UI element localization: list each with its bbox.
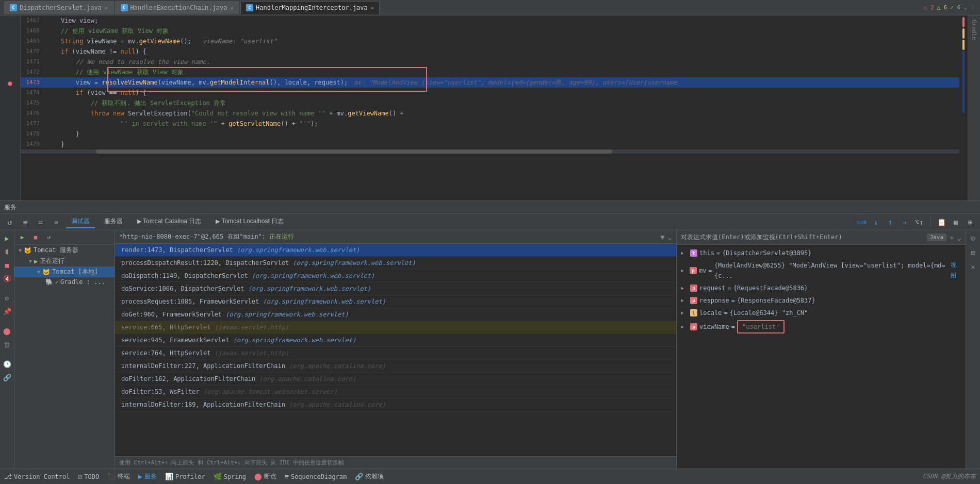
layout-btn[interactable]: ⊞ bbox=[965, 216, 976, 228]
stack-item-service665[interactable]: service:665, HttpServlet (javax.servlet.… bbox=[115, 321, 676, 334]
stack-item-internalfilter189[interactable]: internalDoFilter:189, ApplicationFilterC… bbox=[115, 398, 676, 411]
spring-label: Spring bbox=[224, 473, 246, 480]
close-panel-icon[interactable]: × bbox=[968, 261, 979, 273]
viewname-expand[interactable]: ▶ bbox=[681, 322, 689, 332]
spring-item[interactable]: 🌿 Spring bbox=[214, 473, 246, 480]
local-arrow: ▼ bbox=[37, 269, 40, 275]
locale-expand[interactable]: ▶ bbox=[681, 308, 689, 318]
variables-panel: 对表达式求值(Enter)或添加监视(Ctrl+Shift+Enter) Jav… bbox=[677, 230, 966, 469]
profiler-item[interactable]: 📊 Profiler bbox=[165, 473, 205, 480]
expand-btn[interactable]: ⌄ bbox=[963, 4, 967, 11]
version-control-item[interactable]: ⎇ Version Control bbox=[4, 473, 70, 480]
running-label: 正在运行 bbox=[40, 257, 64, 265]
tomcat-local-item[interactable]: ▼ 🐱 Tomcat [本地] bbox=[14, 266, 115, 277]
todo-label: TODO bbox=[84, 473, 99, 480]
debugger-tab[interactable]: 调试器 bbox=[66, 215, 95, 228]
services-item[interactable]: ▶ 服务 bbox=[138, 472, 157, 481]
run-cursor-btn[interactable]: → bbox=[899, 216, 910, 228]
expand-icon[interactable]: ⌄ bbox=[668, 233, 672, 241]
layout-icon[interactable]: ⊞ bbox=[968, 247, 979, 258]
frames-btn[interactable]: ▦ bbox=[950, 216, 961, 228]
server-restart-btn[interactable]: ↺ bbox=[43, 232, 55, 243]
clear-btn[interactable]: 🗑 bbox=[2, 339, 13, 350]
request-expand[interactable]: ▶ bbox=[681, 283, 689, 293]
history-btn[interactable]: 🕐 bbox=[2, 358, 13, 370]
gradle-sidebar[interactable]: Gradle bbox=[968, 15, 980, 201]
response-expand[interactable]: ▶ bbox=[681, 295, 689, 306]
settings-icon[interactable]: ⚙ bbox=[968, 232, 979, 244]
mv-expand[interactable]: ▶ bbox=[681, 265, 689, 276]
breakpoints-btn[interactable]: ⬤ bbox=[2, 325, 13, 337]
stack-item-doservice[interactable]: doService:1006, DispatcherServlet (org.s… bbox=[115, 282, 676, 295]
vars-lang[interactable]: Java bbox=[927, 233, 947, 241]
tomcat-server-item[interactable]: ▼ 🐱 Tomcat 服务器 bbox=[14, 245, 115, 256]
gradle-item[interactable]: 🐘 ✓ Gradle : ... bbox=[14, 277, 115, 287]
stack-item-processrequest[interactable]: processRequest:1085, FrameworkServlet (o… bbox=[115, 295, 676, 308]
stack-item-dofilter162[interactable]: doFilter:162, ApplicationFilterChain (or… bbox=[115, 373, 676, 386]
server-run-btn[interactable]: ▶ bbox=[17, 232, 28, 243]
var-locale[interactable]: ▶ L locale = {Locale@6344} "zh_CN" bbox=[677, 307, 966, 319]
tab-handler-execution[interactable]: C HandlerExecutionChain.java × bbox=[115, 1, 239, 14]
var-request[interactable]: ▶ p request = {RequestFacade@5836} bbox=[677, 282, 966, 294]
server-stop-btn[interactable]: ■ bbox=[30, 232, 41, 243]
filter-icon[interactable]: ▼ bbox=[660, 233, 664, 241]
eval-expr-btn[interactable]: ⌥↑ bbox=[913, 216, 925, 228]
terminal-item[interactable]: ⬛ 终端 bbox=[107, 472, 130, 481]
running-item[interactable]: ▼ ▶ 正在运行 bbox=[14, 256, 115, 266]
step-over-btn[interactable]: ⟹ bbox=[856, 216, 867, 228]
thread-name: *http-nio-8080-exec-7"@2,665 在组"main": bbox=[119, 233, 269, 240]
tab-handler-mapping[interactable]: C HandlerMappingInterceptor.java × bbox=[240, 1, 380, 14]
resume-btn[interactable]: ▶ bbox=[2, 232, 13, 244]
step-out-btn[interactable]: ↑ bbox=[885, 216, 896, 228]
catalina-log-tab[interactable]: ▶Tomcat Catalina 日志 bbox=[132, 215, 206, 228]
debug-filter-btn[interactable]: ≔ bbox=[35, 216, 46, 228]
step-into-btn[interactable]: ↓ bbox=[870, 216, 881, 228]
stack-item-dofilter53[interactable]: doFilter:53, WsFilter (org.apache.tomcat… bbox=[115, 386, 676, 398]
var-this[interactable]: ▶ t this = {DispatcherServlet@3895} bbox=[677, 247, 966, 259]
stack-item-service764[interactable]: service:764, HttpServlet (javax.servlet.… bbox=[115, 347, 676, 360]
more-btn[interactable]: ⋮ bbox=[970, 4, 976, 11]
var-viewname[interactable]: ▶ p viewName = "userlist" bbox=[677, 319, 966, 335]
stop-btn[interactable]: ■ bbox=[2, 259, 13, 271]
localhost-log-tab[interactable]: ▶Tomcat Localhost 日志 bbox=[210, 215, 289, 228]
vc-label: Version Control bbox=[14, 473, 70, 480]
vars-expand-btn[interactable]: ⌄ bbox=[957, 233, 961, 242]
watch-btn[interactable]: 📋 bbox=[936, 216, 947, 228]
debug-list-btn[interactable]: ≡ bbox=[20, 216, 31, 228]
code-line-1477: 1477 "' in servlet with name '" + getSer… bbox=[21, 119, 959, 129]
todo-item[interactable]: ☑ TODO bbox=[78, 473, 99, 480]
mv-view-link[interactable]: 视图 bbox=[951, 260, 961, 281]
debug-more-btn[interactable]: » bbox=[51, 216, 62, 228]
tomcat-arrow: ▼ bbox=[19, 247, 22, 253]
connection-btn[interactable]: 🔗 bbox=[2, 372, 13, 383]
var-response[interactable]: ▶ p response = {ResponseFacade@5837} bbox=[677, 294, 966, 307]
locale-icon: L bbox=[690, 309, 697, 316]
pause-btn[interactable]: ⏸ bbox=[2, 246, 13, 257]
breakpoint-icon[interactable]: ● bbox=[6, 79, 14, 87]
dispatcher-tab-close[interactable]: × bbox=[105, 5, 108, 11]
vars-add-btn[interactable]: + bbox=[950, 233, 954, 242]
stack-item-service945[interactable]: service:945, FrameworkServlet (org.sprin… bbox=[115, 334, 676, 347]
dependencies-item[interactable]: 🔗 依赖项 bbox=[355, 472, 384, 481]
server-tab[interactable]: 服务器 bbox=[99, 215, 128, 228]
handler-exec-tab-close[interactable]: × bbox=[230, 5, 234, 11]
stack-trace-panel: *http-nio-8080-exec-7"@2,665 在组"main": 正… bbox=[115, 230, 677, 469]
handler-map-tab-close[interactable]: × bbox=[371, 5, 374, 11]
stack-item-render[interactable]: render:1473, DispatcherServlet (org.spri… bbox=[115, 244, 676, 257]
pin-btn[interactable]: 📌 bbox=[2, 306, 13, 317]
var-mv[interactable]: ▶ p mv = {ModelAndView@6255} "ModelAndVi… bbox=[677, 259, 966, 282]
breakpoint-item[interactable]: ⬤ 断点 bbox=[254, 472, 276, 481]
mute-btn[interactable]: 🔇 bbox=[2, 273, 13, 284]
stack-item-internalfilter227[interactable]: internalDoFilter:227, ApplicationFilterC… bbox=[115, 360, 676, 373]
stack-item-dodispatch[interactable]: doDispatch:1149, DispatcherServlet (org.… bbox=[115, 270, 676, 282]
tab-dispatcher-servlet[interactable]: C DispatcherServlet.java × bbox=[4, 1, 114, 14]
seq-label: SequenceDiagram bbox=[291, 473, 347, 480]
restart-btn[interactable]: ↺ bbox=[4, 216, 15, 228]
settings-btn[interactable]: ⚙ bbox=[2, 292, 13, 304]
stack-item-doget[interactable]: doGet:960, FrameworkServlet (org.springf… bbox=[115, 308, 676, 321]
this-expand[interactable]: ▶ bbox=[681, 248, 689, 258]
stack-item-dispatch-result[interactable]: processDispatchResult:1220, DispatcherSe… bbox=[115, 257, 676, 270]
sequence-diagram-item[interactable]: ≡ SequenceDiagram bbox=[285, 473, 347, 480]
this-icon: t bbox=[690, 249, 697, 257]
handler-exec-tab-label: HandlerExecutionChain.java bbox=[130, 4, 227, 11]
